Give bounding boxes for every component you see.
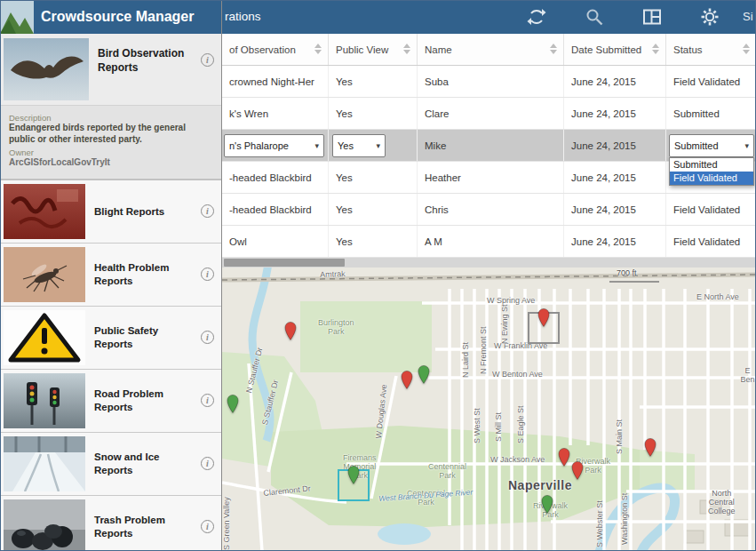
sort-icons[interactable] — [550, 44, 558, 54]
cell-date-submitted: June 24, 2015 — [564, 66, 666, 97]
column-header-type[interactable]: of Observation — [222, 34, 329, 65]
info-icon[interactable]: i — [201, 394, 214, 407]
description-text: Endangered birds reported by the general… — [9, 123, 212, 145]
sort-icons[interactable] — [314, 44, 322, 54]
observations-table: of Observation Public View Name Date Sub… — [222, 34, 756, 268]
table-row[interactable]: k's Wren Yes Clare June 24, 2015 Submitt… — [222, 98, 756, 130]
refresh-icon[interactable] — [527, 7, 546, 27]
column-header-public-view[interactable]: Public View — [329, 34, 418, 65]
cell-public-view: Yes — [329, 98, 418, 129]
public-safety-thumbnail — [4, 310, 85, 365]
cell-public-view: Yes — [329, 162, 418, 193]
scrollbar-thumb[interactable] — [224, 259, 345, 267]
cell-type-of-observation: -headed Blackbird — [222, 194, 329, 225]
column-header-name[interactable]: Name — [418, 34, 564, 65]
app-logo — [0, 0, 34, 34]
info-icon[interactable]: i — [201, 457, 214, 470]
table-row[interactable]: crowned Night-Her Yes Suba June 24, 2015… — [222, 66, 756, 98]
caret-down-icon: ▾ — [376, 141, 380, 150]
green-map-pin[interactable] — [346, 464, 361, 485]
cell-name: Suba — [418, 66, 564, 97]
red-map-pin[interactable] — [557, 446, 571, 467]
info-icon[interactable]: i — [201, 331, 214, 344]
info-icon[interactable]: i — [201, 204, 214, 218]
bird-thumbnail — [4, 38, 89, 100]
trash-thumbnail — [4, 499, 85, 551]
horizontal-scrollbar[interactable] — [222, 258, 756, 268]
cell-name: Heather — [418, 162, 564, 193]
sidebar-item-label: Blight Reports — [85, 205, 194, 219]
cell-public-view: Yes — [329, 226, 418, 257]
red-map-pin[interactable] — [400, 369, 414, 390]
caret-down-icon: ▾ — [314, 141, 319, 150]
cell-type-of-observation: Owl — [222, 226, 329, 257]
cell-status: Field Validated — [666, 66, 756, 97]
search-icon[interactable] — [585, 7, 604, 27]
status-option-field-validated[interactable]: Field Validated — [670, 172, 753, 185]
cell-date-submitted: June 24, 2015 — [564, 194, 666, 225]
sidebar-item-label: Trash Problem Reports — [85, 514, 194, 540]
table-header-row: of Observation Public View Name Date Sub… — [222, 34, 756, 66]
sidebar-header: Crowdsource Manager — [0, 0, 221, 34]
red-map-pin[interactable] — [643, 436, 657, 458]
owner-value: ArcGISforLocalGovTryIt — [9, 157, 212, 167]
sidebar-item-public-safety-reports[interactable]: Public Safety Reports i — [0, 307, 221, 370]
sidebar-item-road-problem-reports[interactable]: Road Problem Reports i — [0, 370, 221, 433]
owner-label: Owner — [9, 148, 212, 157]
sidebar-item-label: Bird Observation Reports — [89, 34, 197, 105]
column-header-status[interactable]: Status — [666, 34, 756, 65]
column-header-date-submitted[interactable]: Date Submitted — [564, 34, 666, 65]
green-map-pin[interactable] — [226, 393, 240, 414]
red-map-pin[interactable] — [283, 320, 298, 341]
cell-status: Field Validated — [666, 226, 756, 257]
cell-type-of-observation: crowned Night-Her — [222, 66, 329, 97]
type-of-observation-select[interactable]: n's Phalarope ▾ — [224, 134, 324, 157]
info-icon[interactable]: i — [201, 268, 214, 281]
blight-thumbnail — [4, 184, 85, 239]
sort-icons[interactable] — [403, 44, 411, 54]
cell-date-submitted: June 24, 2015 — [564, 130, 666, 161]
app-title: Crowdsource Manager — [34, 9, 194, 25]
status-dropdown-list: Submitted Field Validated — [669, 157, 754, 186]
sidebar-item-bird-observation-reports[interactable]: Bird Observation Reports i — [0, 34, 221, 106]
cell-date-submitted: June 24, 2015 — [564, 162, 666, 193]
cell-public-view: Yes — [329, 66, 418, 97]
cell-public-view: Yes — [329, 194, 418, 225]
sidebar: Crowdsource Manager Bird Observation Rep… — [0, 0, 222, 551]
sidebar-item-label: Snow and Ice Reports — [85, 451, 194, 477]
sidebar-item-label: Public Safety Reports — [85, 324, 194, 351]
red-map-pin[interactable] — [570, 459, 585, 481]
cell-name: Chris — [418, 194, 564, 225]
green-map-pin[interactable] — [540, 493, 554, 515]
map-canvas[interactable]: Amtrak700 ftW Spring AveE North AveW Fra… — [222, 268, 756, 551]
sidebar-item-label: Health Problem Reports — [85, 261, 194, 288]
red-map-pin[interactable] — [537, 307, 551, 328]
cell-type-of-observation: k's Wren — [222, 98, 329, 129]
table-row[interactable]: Owl Yes A M June 24, 2015 Field Validate… — [222, 226, 756, 258]
selected-item-details: Description Endangered birds reported by… — [0, 106, 221, 180]
settings-gear-icon[interactable] — [700, 7, 720, 27]
sidebar-item-blight-reports[interactable]: Blight Reports i — [0, 180, 221, 244]
info-icon[interactable]: i — [201, 53, 214, 67]
cell-date-submitted: June 24, 2015 — [564, 226, 666, 257]
status-select[interactable]: Submitted ▾ — [669, 134, 754, 157]
sidebar-item-snow-and-ice-reports[interactable]: Snow and Ice Reports i — [0, 433, 221, 496]
info-icon[interactable]: i — [201, 520, 214, 533]
page-title: rations — [225, 0, 261, 34]
green-map-pin[interactable] — [417, 363, 431, 385]
basemap — [222, 268, 756, 551]
cell-status: Submitted — [666, 98, 756, 129]
table-row[interactable]: -headed Blackbird Yes Chris June 24, 201… — [222, 194, 756, 226]
public-view-select[interactable]: Yes ▾ — [332, 134, 386, 157]
status-option-submitted[interactable]: Submitted — [670, 158, 753, 172]
layout-panels-icon[interactable] — [642, 7, 662, 27]
sidebar-item-trash-problem-reports[interactable]: Trash Problem Reports i — [0, 496, 221, 551]
snow-ice-thumbnail — [4, 436, 85, 491]
caret-down-icon: ▾ — [744, 141, 749, 150]
description-label: Description — [9, 113, 212, 123]
sort-icons[interactable] — [743, 44, 751, 54]
sort-icons[interactable] — [652, 44, 660, 54]
sign-in-link[interactable]: Si — [743, 0, 753, 34]
sidebar-item-label: Road Problem Reports — [85, 387, 194, 414]
sidebar-item-health-problem-reports[interactable]: Health Problem Reports i — [0, 244, 221, 307]
